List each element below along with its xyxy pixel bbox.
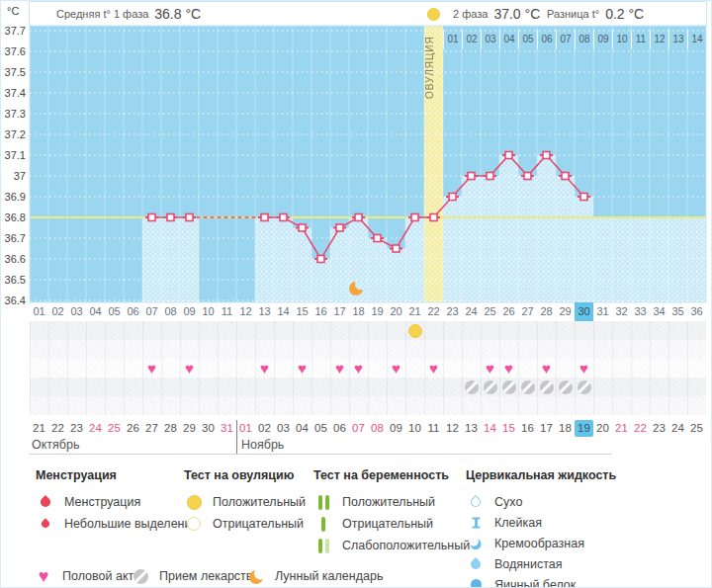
date-cell[interactable]: 31	[218, 420, 236, 437]
date-cell[interactable]: 14	[481, 420, 499, 437]
day-cell[interactable]: 04	[86, 302, 105, 321]
temperature-point[interactable]	[543, 152, 550, 159]
day-cell[interactable]: 16	[312, 302, 330, 321]
date-cell[interactable]: 24	[86, 420, 105, 437]
day-cell[interactable]: 15	[293, 302, 312, 321]
day-cell-today[interactable]: 30	[575, 302, 593, 321]
temperature-point[interactable]	[562, 173, 569, 180]
medication-pill-icon[interactable]	[575, 378, 593, 396]
data-column[interactable]	[443, 197, 462, 302]
medication-pill-icon[interactable]	[462, 378, 481, 396]
temperature-point[interactable]	[449, 194, 456, 201]
day-cell[interactable]: 18	[349, 302, 368, 321]
date-cell[interactable]: 23	[67, 420, 86, 437]
date-cell[interactable]: 08	[368, 420, 387, 437]
temperature-point[interactable]	[468, 173, 475, 180]
day-cell[interactable]: 26	[499, 302, 518, 321]
day-cell[interactable]: 31	[593, 302, 612, 321]
temperature-point[interactable]	[299, 224, 306, 231]
date-cell[interactable]: 30	[199, 420, 218, 437]
temperature-point[interactable]	[505, 152, 512, 159]
day-cell[interactable]: 10	[199, 302, 218, 321]
temperature-point[interactable]	[186, 214, 193, 221]
date-cell[interactable]: 20	[593, 420, 612, 437]
intercourse-heart-icon[interactable]: ♥	[330, 359, 349, 378]
day-cell[interactable]: 27	[518, 302, 537, 321]
date-cell[interactable]: 04	[293, 420, 312, 437]
temperature-point[interactable]	[317, 256, 324, 263]
intercourse-heart-icon[interactable]: ♥	[499, 359, 518, 378]
date-cell[interactable]: 05	[312, 420, 330, 437]
data-column[interactable]	[575, 197, 593, 302]
date-cell[interactable]: 11	[424, 420, 443, 437]
day-cell[interactable]: 06	[124, 302, 142, 321]
day-cell[interactable]: 23	[443, 302, 462, 321]
medication-pill-icon[interactable]	[499, 378, 518, 396]
day-cell[interactable]: 35	[668, 302, 687, 321]
medication-pill-icon[interactable]	[537, 378, 556, 396]
date-cell[interactable]: 06	[330, 420, 349, 437]
medication-pill-icon[interactable]	[518, 378, 537, 396]
day-cell[interactable]: 05	[105, 302, 124, 321]
date-cell[interactable]: 18	[556, 420, 575, 437]
date-cell[interactable]: 16	[518, 420, 537, 437]
date-cell[interactable]: 26	[124, 420, 142, 437]
intercourse-heart-icon[interactable]: ♥	[255, 359, 274, 378]
date-cell[interactable]: 25	[105, 420, 124, 437]
date-cell[interactable]: 01	[236, 420, 255, 437]
day-cell[interactable]: 28	[537, 302, 556, 321]
date-cell[interactable]: 27	[142, 420, 161, 437]
date-cell[interactable]: 10	[405, 420, 424, 437]
day-cell[interactable]: 20	[387, 302, 405, 321]
data-column[interactable]	[312, 259, 330, 302]
data-column[interactable]	[368, 238, 387, 302]
temperature-point[interactable]	[261, 214, 268, 221]
date-cell[interactable]: 23	[650, 420, 668, 437]
ovulation-test-positive-icon[interactable]	[405, 321, 424, 340]
temperature-point[interactable]	[411, 214, 418, 221]
day-cell[interactable]: 03	[67, 302, 86, 321]
intercourse-heart-icon[interactable]: ♥	[424, 359, 443, 378]
intercourse-heart-icon[interactable]: ♥	[180, 359, 199, 378]
day-cell[interactable]: 17	[330, 302, 349, 321]
data-column[interactable]	[180, 217, 199, 302]
data-column[interactable]	[161, 217, 180, 302]
temperature-point[interactable]	[393, 245, 400, 252]
temperature-point[interactable]	[487, 173, 493, 180]
medication-pill-icon[interactable]	[556, 378, 575, 396]
date-cell[interactable]: 02	[255, 420, 274, 437]
intercourse-heart-icon[interactable]: ♥	[387, 359, 405, 378]
date-cell-today[interactable]: 19	[575, 420, 593, 437]
temperature-point[interactable]	[580, 194, 587, 201]
temperature-point[interactable]	[148, 214, 155, 221]
day-cell[interactable]: 22	[424, 302, 443, 321]
data-column[interactable]	[274, 217, 293, 302]
date-cell[interactable]: 24	[668, 420, 687, 437]
data-column[interactable]	[142, 217, 161, 302]
temperature-point[interactable]	[167, 214, 174, 221]
date-cell[interactable]: 21	[30, 420, 48, 437]
day-cell[interactable]: 09	[180, 302, 199, 321]
date-cell[interactable]: 12	[443, 420, 462, 437]
data-column[interactable]	[556, 176, 575, 302]
day-cell[interactable]: 24	[462, 302, 481, 321]
day-cell[interactable]: 12	[236, 302, 255, 321]
temperature-point[interactable]	[430, 214, 437, 221]
date-cell[interactable]: 22	[631, 420, 650, 437]
date-cell[interactable]: 29	[180, 420, 199, 437]
data-column[interactable]	[499, 155, 518, 302]
intercourse-heart-icon[interactable]: ♥	[349, 359, 368, 378]
date-cell[interactable]: 17	[537, 420, 556, 437]
intercourse-heart-icon[interactable]: ♥	[537, 359, 556, 378]
date-cell[interactable]: 21	[612, 420, 631, 437]
intercourse-heart-icon[interactable]: ♥	[481, 359, 499, 378]
date-cell[interactable]: 22	[48, 420, 67, 437]
date-cell[interactable]: 07	[349, 420, 368, 437]
day-cell[interactable]: 36	[687, 302, 706, 321]
date-cell[interactable]: 13	[462, 420, 481, 437]
day-cell[interactable]: 19	[368, 302, 387, 321]
day-cell[interactable]: 01	[30, 302, 48, 321]
date-cell[interactable]: 25	[687, 420, 706, 437]
day-cell[interactable]: 32	[612, 302, 631, 321]
day-cell[interactable]: 08	[161, 302, 180, 321]
